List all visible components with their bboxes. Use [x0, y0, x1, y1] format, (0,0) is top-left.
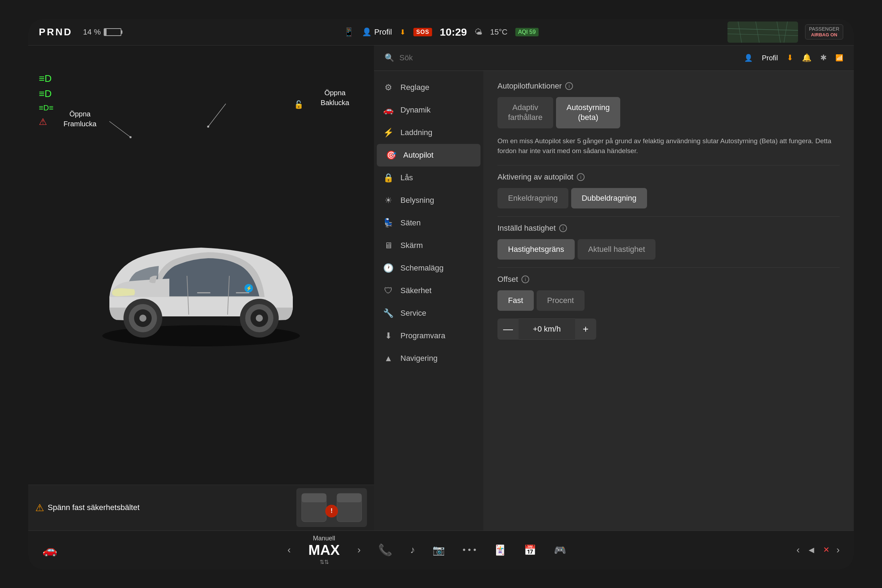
volume-icon[interactable]: ◄	[807, 544, 816, 555]
settings-nav: ⚙ Reglage 🚗 Dynamik ⚡ Laddning 🎯 Autopil…	[374, 71, 483, 531]
battery-percent: 14 %	[83, 27, 100, 37]
btn-hastighetsgrans[interactable]: Hastighetsgräns	[498, 239, 575, 260]
car-icon-taskbar[interactable]: 🚗	[42, 543, 57, 557]
battery-fill	[104, 29, 106, 35]
search-bar: 🔍 👤 Profil ⬇ 🔔 ✱ 📶	[374, 45, 854, 71]
svg-text:!: !	[331, 507, 333, 514]
alert-text: ⚠ Spänn fast säkerhetsbältet	[35, 502, 140, 514]
svg-line-4	[777, 21, 780, 43]
lock-icon: 🔓	[294, 100, 303, 110]
btn-autostyrning[interactable]: Autostyrning(beta)	[556, 97, 620, 128]
nav-label-schemalagg: Schemalägg	[400, 264, 444, 273]
btn-adaptiv-farthallare[interactable]: Adaptivfarthållare	[498, 97, 553, 128]
label-framlucka: Öppna Framlucka	[63, 109, 96, 129]
nav-item-navigering[interactable]: ▲ Navigering	[374, 347, 483, 370]
search-right: 👤 Profil ⬇ 🔔 ✱ 📶	[744, 53, 843, 62]
seat-diagram: !	[296, 488, 367, 527]
download-icon-top: ⬇	[400, 28, 406, 36]
nav-label-dynamik: Dynamik	[400, 105, 431, 115]
reglage-icon: ⚙	[383, 82, 394, 92]
screen-icon: 📱	[344, 27, 354, 37]
autopilot-icon: 🎯	[386, 150, 397, 160]
weather-icon: 🌤	[474, 27, 482, 37]
time-display: 10:29	[440, 26, 467, 38]
autopilot-function-group: Adaptivfarthållare Autostyrning(beta)	[498, 97, 840, 128]
nav-item-saten[interactable]: 💺 Säten	[374, 212, 483, 234]
aktivering-title: Aktivering av autopilot	[498, 172, 573, 182]
profile-label-search[interactable]: Profil	[762, 54, 778, 62]
nav-item-las[interactable]: 🔒 Lås	[374, 166, 483, 189]
car-image: ⚡	[81, 198, 321, 346]
skarm-icon: 🖥	[383, 240, 394, 250]
nav-label-las: Lås	[400, 173, 413, 182]
taskbar-prev-arrow[interactable]: ‹	[796, 544, 800, 555]
phone-icon[interactable]: 📞	[378, 543, 392, 556]
nav-label-autopilot: Autopilot	[403, 151, 434, 160]
taskbar-left: 🚗	[42, 543, 57, 557]
nav-item-service[interactable]: 🔧 Service	[374, 302, 483, 324]
profile-person-icon: 👤	[362, 27, 372, 37]
nav-item-laddning[interactable]: ⚡ Laddning	[374, 122, 483, 144]
battery-indicator: 14 %	[83, 27, 121, 37]
hastighet-group: Hastighetsgräns Aktuell hastighet	[498, 239, 840, 260]
offset-minus-button[interactable]: —	[498, 318, 519, 340]
games-icon[interactable]: 🎮	[554, 544, 566, 556]
calendar-icon[interactable]: 📅	[524, 544, 536, 556]
map-thumbnail[interactable]	[728, 21, 798, 43]
nav-item-skarm[interactable]: 🖥 Skärm	[374, 234, 483, 257]
autopilot-content: Autopilotfunktioner i Adaptivfarthållare…	[483, 71, 854, 531]
bell-icon[interactable]: 🔔	[802, 53, 812, 62]
nav-label-reglage: Reglage	[400, 83, 429, 92]
climate-value[interactable]: MAX	[308, 542, 340, 558]
svg-line-1	[728, 34, 798, 36]
nav-item-sakerhet[interactable]: 🛡 Säkerhet	[374, 279, 483, 302]
service-icon: 🔧	[383, 308, 394, 318]
label-baklucka: ÖppnaBaklucka	[321, 88, 349, 108]
camera-icon[interactable]: 📷	[432, 544, 445, 556]
taskbar-next-arrow[interactable]: ›	[837, 544, 840, 555]
profile-label: Profil	[374, 27, 392, 37]
alert-message: Spänn fast säkerhetsbältet	[48, 503, 140, 512]
climate-icons: ⇅⇅	[308, 559, 340, 566]
nav-item-schemalagg[interactable]: 🕐 Schemalägg	[374, 257, 483, 279]
info-icon-2[interactable]: i	[577, 173, 585, 181]
status-bar: PRND 14 % 📱 👤 Profil ⬇ SOS 10:29 🌤 15°C …	[28, 19, 854, 45]
prev-nav-arrow[interactable]: ‹	[288, 544, 291, 555]
info-icon-3[interactable]: i	[559, 224, 567, 232]
nav-item-reglage[interactable]: ⚙ Reglage	[374, 76, 483, 99]
btn-fast[interactable]: Fast	[498, 290, 534, 311]
nav-label-saten: Säten	[400, 218, 421, 228]
search-input[interactable]	[399, 53, 739, 62]
nav-item-programvara[interactable]: ⬇ Programvara	[374, 324, 483, 347]
mute-x-icon[interactable]: ✕	[823, 545, 830, 555]
nav-item-autopilot[interactable]: 🎯 Autopilot	[377, 144, 480, 166]
bluetooth-icon[interactable]: ✱	[820, 53, 826, 62]
schemalagg-icon: 🕐	[383, 263, 394, 273]
offset-value-display: +0 km/h	[519, 318, 575, 340]
taskbar: 🚗 ‹ Manuell MAX ⇅⇅ › 📞 ♪ 📷 • • • 🃏 📅 🎮 ‹…	[28, 531, 854, 569]
svg-line-21	[110, 122, 130, 137]
sos-badge[interactable]: SOS	[414, 28, 432, 36]
prnd-display: PRND	[39, 27, 72, 38]
nav-label-sakerhet: Säkerhet	[400, 286, 432, 295]
climate-control: Manuell MAX ⇅⇅	[308, 535, 340, 566]
btn-aktuell-hastighet[interactable]: Aktuell hastighet	[578, 239, 656, 260]
svg-point-24	[207, 126, 209, 128]
btn-procent[interactable]: Procent	[537, 290, 585, 311]
alert-icon: ⚠	[35, 502, 44, 514]
nav-item-dynamik[interactable]: 🚗 Dynamik	[374, 99, 483, 122]
nav-item-belysning[interactable]: ☀ Belysning	[374, 189, 483, 212]
cards-icon[interactable]: 🃏	[494, 544, 506, 556]
download-icon-search[interactable]: ⬇	[787, 53, 793, 62]
next-nav-arrow[interactable]: ›	[357, 544, 360, 555]
more-icon[interactable]: • • •	[462, 545, 476, 555]
btn-enkeldragning[interactable]: Enkeldragning	[498, 188, 568, 208]
info-icon-4[interactable]: i	[522, 276, 529, 283]
music-icon[interactable]: ♪	[410, 544, 415, 555]
nav-label-navigering: Navigering	[400, 354, 438, 363]
offset-plus-button[interactable]: +	[575, 318, 596, 340]
btn-dubbeldragning[interactable]: Dubbeldragning	[571, 188, 647, 208]
profile-top[interactable]: 👤 Profil	[362, 27, 392, 37]
info-icon-1[interactable]: i	[565, 82, 573, 90]
svg-line-2	[738, 21, 742, 43]
